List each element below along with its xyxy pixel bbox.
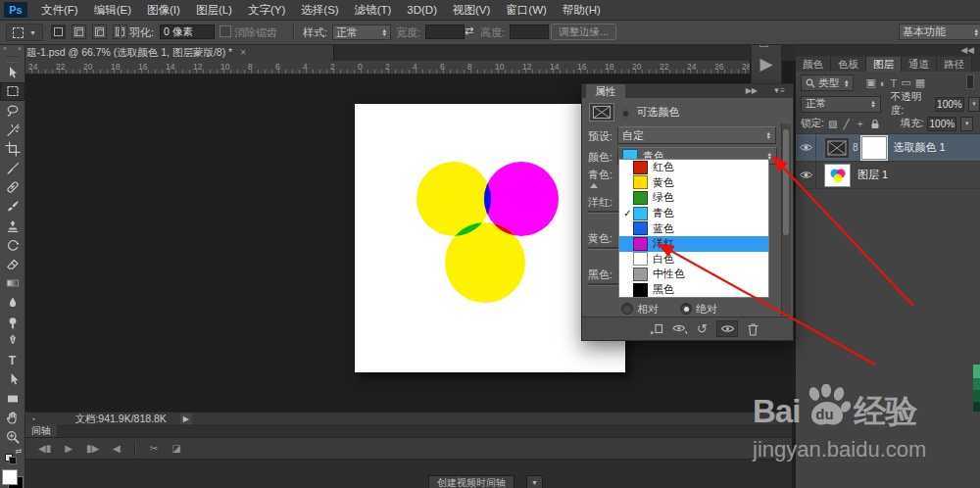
clip-to-layer-icon[interactable] [649,322,663,336]
color-option[interactable]: 白色 [619,252,768,268]
status-menu-arrow-icon[interactable]: ▶ [180,414,192,424]
magic-wand-tool[interactable] [0,121,24,140]
layer-name[interactable]: 选取颜色 1 [894,140,946,155]
crop-tool[interactable] [0,139,24,159]
lock-transparency-icon[interactable]: ▨ [828,119,837,129]
panel-tab[interactable]: 路径 [937,57,972,72]
properties-tab[interactable]: 属性 [586,84,625,98]
filter-type-dropdown[interactable]: 类型 ▲▼ [801,74,854,91]
panel-menu-icon[interactable]: ▼≡ [772,86,785,95]
filter-toggle[interactable] [966,74,974,89]
workspace-switcher[interactable]: 基本功能▲▼ [899,24,980,40]
color-option[interactable]: 绿色 [619,190,768,206]
gradient-tool[interactable] [0,274,24,294]
filter-adjustment-icon[interactable]: ◐ [880,77,887,89]
height-input[interactable] [510,24,549,39]
width-input[interactable] [425,24,465,39]
color-option[interactable]: 洋红 [619,236,768,252]
healing-brush-tool[interactable] [0,178,24,198]
panel-tab[interactable]: 通道 [902,57,937,72]
menu-item[interactable]: 窗口(W) [498,0,555,20]
opacity-value[interactable]: 100% [935,97,964,112]
new-selection-button[interactable] [51,24,66,39]
panel-tab[interactable]: 颜色 [796,57,831,72]
swap-dimensions-icon[interactable]: ⇄ [465,24,473,37]
reset-icon[interactable]: ↺ [697,324,708,334]
relative-radio[interactable]: 相对 [621,302,659,317]
pen-tool[interactable] [0,331,24,351]
color-option[interactable]: 蓝色 [619,220,768,236]
menu-item[interactable]: 文字(Y) [240,0,293,20]
menu-item[interactable]: 选择(S) [293,0,346,20]
panel-tab[interactable]: 图层 [866,57,902,72]
layer-thumbnail[interactable] [824,164,851,187]
visibility-toggle[interactable] [796,134,816,161]
transition-icon[interactable]: ◪ [172,443,180,454]
slider-track[interactable] [588,283,618,286]
close-icon[interactable]: × [18,45,22,55]
scrollbar-thumb[interactable] [783,129,789,235]
feather-input[interactable]: 0 像素 [160,24,215,39]
timeline-type-dropdown[interactable]: ▼ [526,475,543,488]
lock-pixels-icon[interactable]: ╱ [843,119,849,129]
actions-play-icon[interactable]: ▶ [752,54,781,74]
collapse-icon[interactable]: » [3,45,7,55]
scrollbar[interactable] [781,123,791,316]
chevrons-icon[interactable]: ▶▶ [746,86,758,95]
menu-item[interactable]: 滤镜(T) [347,0,400,20]
default-swap-colors-icon[interactable]: ⇄ [0,447,24,466]
next-frame-icon[interactable]: ▮▶ [86,443,99,454]
path-selection-tool[interactable] [0,370,24,390]
lock-all-icon[interactable] [870,119,880,129]
tool-preset-picker[interactable]: ▼ [6,24,43,41]
opacity-slider-arrow-icon[interactable]: ▼ [968,97,980,112]
filter-pixel-icon[interactable]: ▣ [865,76,875,89]
history-brush-tool[interactable] [0,235,24,255]
scissors-icon[interactable]: ✂ [150,443,158,454]
eyedropper-tool[interactable] [0,159,24,178]
absolute-radio[interactable]: 绝对 [680,302,717,317]
style-dropdown[interactable]: 正常▲▼ [332,24,391,40]
rectangle-tool[interactable] [0,389,24,409]
timeline-tab[interactable]: 间轴 [25,424,57,437]
move-tool[interactable] [0,63,24,82]
menu-item[interactable]: 图层(L) [188,0,240,20]
slider-track[interactable] [588,211,618,214]
filter-smart-object-icon[interactable]: ▦ [915,76,925,89]
layer-mask-thumbnail[interactable] [861,136,887,160]
play-icon[interactable]: ▶ [65,443,73,454]
add-selection-button[interactable] [72,24,86,39]
blur-tool[interactable] [0,293,24,313]
brush-tool[interactable] [0,197,24,217]
color-option[interactable]: 黄色 [619,175,768,191]
visibility-toggle[interactable] [796,162,816,188]
menu-item[interactable]: 文件(F) [33,0,86,20]
fill-value[interactable]: 100% [927,117,956,131]
delete-icon[interactable] [747,322,760,336]
foreground-color-swatch[interactable] [2,469,18,485]
filter-type-icon[interactable]: T [891,77,898,89]
visibility-pressed-button[interactable] [716,320,738,337]
create-video-timeline-button[interactable]: 创建视频时间轴 [428,475,514,488]
layer-row[interactable]: 图层 1 [796,161,980,188]
color-option[interactable]: 黑色 [619,282,768,298]
lasso-tool[interactable] [0,101,24,121]
rectangular-marquee-tool[interactable] [0,82,24,102]
menu-item[interactable]: 3D(D) [399,0,445,20]
preset-dropdown[interactable]: 自定 ▲▼ [617,126,776,144]
layer-row[interactable]: 8 选取颜色 1 [796,133,980,161]
first-frame-icon[interactable]: ◀▮ [38,443,51,454]
document-tab[interactable]: 题-1.psd @ 66.7% (选取颜色 1, 图层蒙版/8) * × [0,44,334,61]
lock-position-icon[interactable]: ＋ [855,117,864,130]
filter-shape-icon[interactable]: ▭ [901,76,910,89]
menu-item[interactable]: 图像(I) [139,0,188,20]
menu-item[interactable]: 帮助(H) [555,0,609,20]
slider-track[interactable] [588,247,618,250]
collapse-icon[interactable]: ◀◀ [960,45,974,55]
color-option[interactable]: 红色 [619,160,768,175]
menu-item[interactable]: 编辑(E) [86,0,139,20]
refine-edge-button[interactable]: 调整边缘... [551,24,616,40]
prev-frame-icon[interactable]: ◀ [113,443,121,454]
color-option[interactable]: 青色 [619,206,768,221]
zoom-tool[interactable] [0,427,24,447]
